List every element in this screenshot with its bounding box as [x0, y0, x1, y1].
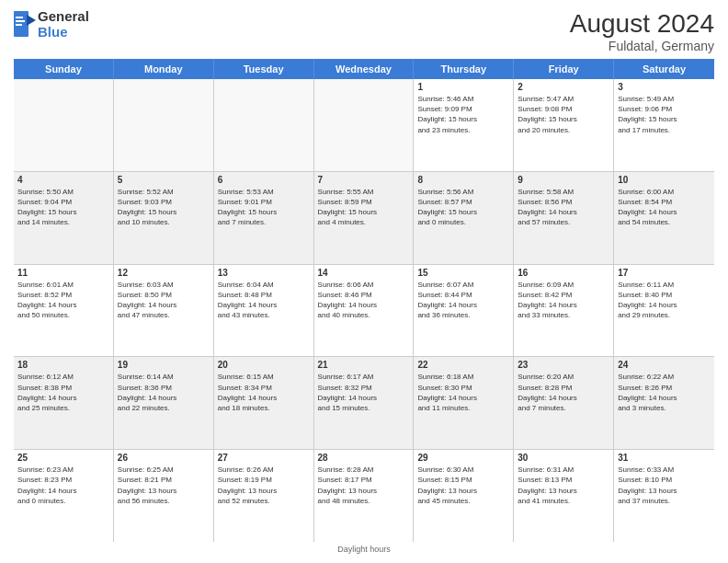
day-info: Sunrise: 6:14 AM Sunset: 8:36 PM Dayligh…	[118, 372, 210, 413]
page: GeneralBlue August 2024 Fuldatal, German…	[0, 0, 728, 563]
day-info: Sunrise: 5:58 AM Sunset: 8:56 PM Dayligh…	[518, 187, 609, 228]
day-number: 25	[17, 453, 109, 463]
svg-marker-1	[27, 15, 36, 26]
table-row: 14Sunrise: 6:06 AM Sunset: 8:46 PM Dayli…	[314, 265, 415, 357]
day-number: 11	[17, 268, 109, 278]
table-row: 13Sunrise: 6:04 AM Sunset: 8:48 PM Dayli…	[214, 265, 314, 357]
day-info: Sunrise: 6:26 AM Sunset: 8:19 PM Dayligh…	[218, 465, 310, 506]
day-number: 13	[218, 268, 310, 278]
cal-week-1: 1Sunrise: 5:46 AM Sunset: 9:09 PM Daylig…	[14, 79, 714, 172]
day-number: 26	[118, 453, 210, 463]
day-info: Sunrise: 5:52 AM Sunset: 9:03 PM Dayligh…	[118, 187, 210, 228]
cal-week-3: 11Sunrise: 6:01 AM Sunset: 8:52 PM Dayli…	[14, 265, 714, 358]
svg-rect-2	[16, 17, 23, 18]
table-row	[114, 79, 214, 171]
day-info: Sunrise: 6:30 AM Sunset: 8:15 PM Dayligh…	[417, 465, 509, 506]
table-row: 1Sunrise: 5:46 AM Sunset: 9:09 PM Daylig…	[414, 79, 514, 171]
table-row: 21Sunrise: 6:17 AM Sunset: 8:32 PM Dayli…	[314, 357, 415, 449]
day-info: Sunrise: 6:22 AM Sunset: 8:26 PM Dayligh…	[618, 372, 711, 413]
day-info: Sunrise: 5:46 AM Sunset: 9:09 PM Dayligh…	[417, 94, 509, 135]
logo-text: GeneralBlue	[38, 9, 89, 40]
day-number: 3	[618, 82, 711, 92]
day-number: 30	[518, 453, 609, 463]
calendar: Sunday Monday Tuesday Wednesday Thursday…	[14, 59, 714, 542]
calendar-subtitle: Fuldatal, Germany	[570, 39, 714, 53]
day-info: Sunrise: 6:20 AM Sunset: 8:28 PM Dayligh…	[518, 372, 609, 413]
table-row: 8Sunrise: 5:56 AM Sunset: 8:57 PM Daylig…	[414, 172, 514, 264]
day-number: 8	[417, 175, 509, 185]
calendar-body: 1Sunrise: 5:46 AM Sunset: 9:09 PM Daylig…	[14, 79, 714, 542]
day-info: Sunrise: 6:33 AM Sunset: 8:10 PM Dayligh…	[618, 465, 711, 506]
day-info: Sunrise: 6:01 AM Sunset: 8:52 PM Dayligh…	[17, 280, 109, 321]
table-row: 17Sunrise: 6:11 AM Sunset: 8:40 PM Dayli…	[614, 265, 714, 357]
calendar-header: Sunday Monday Tuesday Wednesday Thursday…	[14, 59, 714, 79]
day-info: Sunrise: 5:56 AM Sunset: 8:57 PM Dayligh…	[417, 187, 509, 228]
table-row: 28Sunrise: 6:28 AM Sunset: 8:17 PM Dayli…	[314, 450, 415, 542]
cal-week-2: 4Sunrise: 5:50 AM Sunset: 9:04 PM Daylig…	[14, 172, 714, 265]
day-info: Sunrise: 5:55 AM Sunset: 8:59 PM Dayligh…	[318, 187, 410, 228]
table-row: 30Sunrise: 6:31 AM Sunset: 8:13 PM Dayli…	[514, 450, 614, 542]
table-row: 26Sunrise: 6:25 AM Sunset: 8:21 PM Dayli…	[114, 450, 214, 542]
day-number: 2	[518, 82, 609, 92]
day-number: 22	[417, 360, 509, 370]
table-row: 23Sunrise: 6:20 AM Sunset: 8:28 PM Dayli…	[514, 357, 614, 449]
table-row: 31Sunrise: 6:33 AM Sunset: 8:10 PM Dayli…	[614, 450, 714, 542]
day-info: Sunrise: 6:25 AM Sunset: 8:21 PM Dayligh…	[118, 465, 210, 506]
table-row	[214, 79, 314, 171]
cal-week-4: 18Sunrise: 6:12 AM Sunset: 8:38 PM Dayli…	[14, 357, 714, 450]
table-row: 18Sunrise: 6:12 AM Sunset: 8:38 PM Dayli…	[14, 357, 114, 449]
table-row	[14, 79, 114, 171]
day-number: 19	[118, 360, 210, 370]
header-thursday: Thursday	[414, 59, 514, 79]
day-info: Sunrise: 6:09 AM Sunset: 8:42 PM Dayligh…	[518, 280, 609, 321]
table-row: 16Sunrise: 6:09 AM Sunset: 8:42 PM Dayli…	[514, 265, 614, 357]
day-number: 18	[17, 360, 109, 370]
day-number: 1	[417, 82, 509, 92]
day-number: 29	[417, 453, 509, 463]
day-number: 9	[518, 175, 609, 185]
day-number: 14	[318, 268, 410, 278]
day-info: Sunrise: 6:03 AM Sunset: 8:50 PM Dayligh…	[118, 280, 210, 321]
day-info: Sunrise: 5:50 AM Sunset: 9:04 PM Dayligh…	[17, 187, 109, 228]
day-info: Sunrise: 6:23 AM Sunset: 8:23 PM Dayligh…	[17, 465, 109, 506]
day-info: Sunrise: 6:15 AM Sunset: 8:34 PM Dayligh…	[218, 372, 310, 413]
day-info: Sunrise: 6:18 AM Sunset: 8:30 PM Dayligh…	[417, 372, 509, 413]
day-number: 17	[618, 268, 711, 278]
header-sunday: Sunday	[14, 59, 114, 79]
day-info: Sunrise: 6:17 AM Sunset: 8:32 PM Dayligh…	[318, 372, 410, 413]
day-info: Sunrise: 6:04 AM Sunset: 8:48 PM Dayligh…	[218, 280, 310, 321]
day-number: 10	[618, 175, 711, 185]
day-info: Sunrise: 5:53 AM Sunset: 9:01 PM Dayligh…	[218, 187, 310, 228]
table-row: 15Sunrise: 6:07 AM Sunset: 8:44 PM Dayli…	[414, 265, 514, 357]
header-wednesday: Wednesday	[314, 59, 415, 79]
table-row: 20Sunrise: 6:15 AM Sunset: 8:34 PM Dayli…	[214, 357, 314, 449]
day-number: 20	[218, 360, 310, 370]
day-number: 5	[118, 175, 210, 185]
day-info: Sunrise: 6:07 AM Sunset: 8:44 PM Dayligh…	[417, 280, 509, 321]
table-row: 22Sunrise: 6:18 AM Sunset: 8:30 PM Dayli…	[414, 357, 514, 449]
logo-line1: General	[38, 9, 89, 25]
table-row: 11Sunrise: 6:01 AM Sunset: 8:52 PM Dayli…	[14, 265, 114, 357]
footer-note: Daylight hours	[14, 542, 714, 554]
logo: GeneralBlue	[14, 9, 89, 40]
cal-week-5: 25Sunrise: 6:23 AM Sunset: 8:23 PM Dayli…	[14, 450, 714, 542]
table-row: 10Sunrise: 6:00 AM Sunset: 8:54 PM Dayli…	[614, 172, 714, 264]
table-row: 4Sunrise: 5:50 AM Sunset: 9:04 PM Daylig…	[14, 172, 114, 264]
day-number: 7	[318, 175, 410, 185]
logo-line2: Blue	[38, 25, 89, 40]
header-friday: Friday	[514, 59, 614, 79]
day-number: 28	[318, 453, 410, 463]
header-tuesday: Tuesday	[214, 59, 314, 79]
header: GeneralBlue August 2024 Fuldatal, German…	[14, 9, 714, 53]
table-row: 27Sunrise: 6:26 AM Sunset: 8:19 PM Dayli…	[214, 450, 314, 542]
day-number: 24	[618, 360, 711, 370]
table-row	[314, 79, 415, 171]
svg-rect-3	[16, 20, 25, 22]
day-info: Sunrise: 5:49 AM Sunset: 9:06 PM Dayligh…	[618, 94, 711, 135]
day-info: Sunrise: 6:00 AM Sunset: 8:54 PM Dayligh…	[618, 187, 711, 228]
day-info: Sunrise: 6:06 AM Sunset: 8:46 PM Dayligh…	[318, 280, 410, 321]
table-row: 7Sunrise: 5:55 AM Sunset: 8:59 PM Daylig…	[314, 172, 415, 264]
day-info: Sunrise: 6:31 AM Sunset: 8:13 PM Dayligh…	[518, 465, 609, 506]
table-row: 5Sunrise: 5:52 AM Sunset: 9:03 PM Daylig…	[114, 172, 214, 264]
day-info: Sunrise: 6:11 AM Sunset: 8:40 PM Dayligh…	[618, 280, 711, 321]
